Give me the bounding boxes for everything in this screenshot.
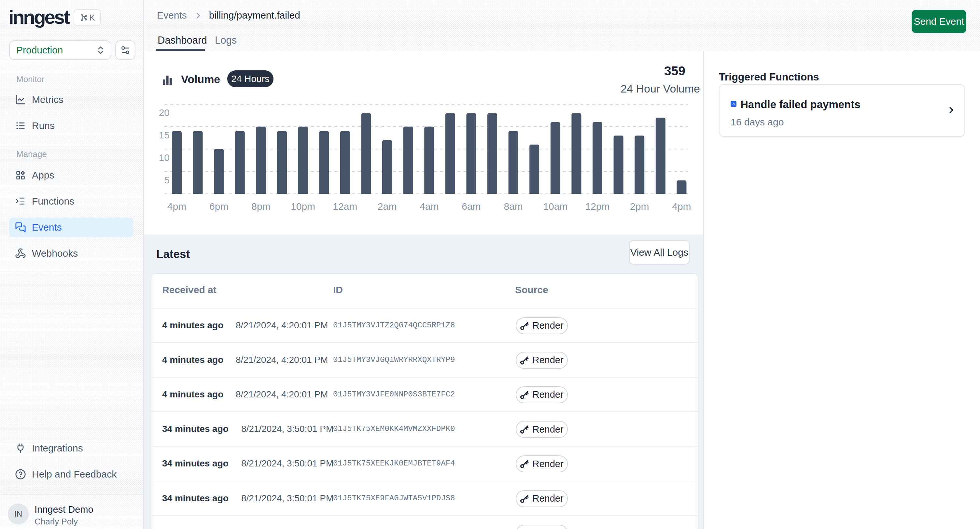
svg-text:6am: 6am <box>462 201 480 212</box>
svg-text:8am: 8am <box>504 201 523 212</box>
svg-text:12am: 12am <box>333 201 357 212</box>
svg-text:8pm: 8pm <box>251 201 270 212</box>
svg-text:6pm: 6pm <box>209 201 228 212</box>
svg-text:4pm: 4pm <box>167 201 186 212</box>
svg-text:4am: 4am <box>420 201 439 212</box>
svg-text:15: 15 <box>159 130 170 140</box>
svg-text:20: 20 <box>159 107 170 118</box>
svg-text:2pm: 2pm <box>630 201 649 212</box>
svg-text:5: 5 <box>164 175 170 185</box>
svg-text:2am: 2am <box>378 201 396 212</box>
svg-text:12pm: 12pm <box>585 201 609 212</box>
svg-text:10: 10 <box>159 152 170 163</box>
svg-text:10pm: 10pm <box>291 201 315 212</box>
svg-text:4pm: 4pm <box>672 201 691 212</box>
svg-text:10am: 10am <box>543 201 568 212</box>
